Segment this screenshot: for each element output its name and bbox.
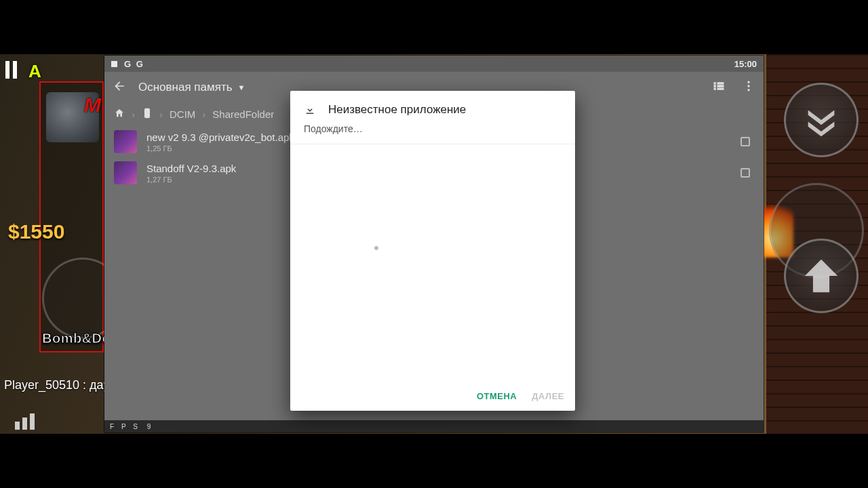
breadcrumb-device[interactable]	[142, 108, 153, 121]
fps-label: F P S	[110, 423, 140, 430]
file-size: 1,25 ГБ	[146, 144, 294, 152]
svg-rect-3	[145, 108, 150, 117]
site-a-label: A	[28, 61, 41, 82]
dialog-actions: ОТМЕНА ДАЛЕЕ	[290, 384, 575, 411]
dialog-title: Неизвестное приложение	[328, 103, 466, 117]
view-toggle-button[interactable]	[712, 79, 726, 96]
file-checkbox[interactable]	[741, 168, 750, 178]
file-manager-footer: F P S 9	[104, 420, 764, 432]
statusbar-time: 15:00	[734, 59, 757, 69]
spinner-icon	[374, 246, 378, 250]
apk-icon	[114, 161, 137, 184]
notification-icon	[111, 61, 117, 67]
jump-button[interactable]	[784, 239, 859, 313]
caret-down-icon: ▼	[238, 83, 245, 92]
overflow-menu-button[interactable]	[742, 79, 755, 96]
file-name: new v2 9.3 @privatev2c_bot.apk	[146, 131, 294, 143]
money-display: $1550	[8, 220, 64, 243]
fps-value: 9	[147, 423, 152, 430]
arrow-left-icon	[113, 79, 126, 93]
stats-button[interactable]	[15, 412, 39, 430]
breadcrumb-home[interactable]	[114, 108, 125, 121]
dialog-body	[290, 144, 575, 384]
file-checkbox[interactable]	[741, 137, 750, 146]
file-size: 1,27 ГБ	[146, 176, 236, 184]
android-statusbar: G G 15:00	[104, 56, 764, 72]
svg-point-2	[747, 89, 749, 91]
file-name: Standoff V2-9.3.apk	[146, 163, 236, 174]
apk-icon	[114, 130, 137, 153]
statusbar-apps: G G	[124, 59, 144, 69]
pause-button[interactable]	[5, 61, 20, 79]
m-label: M	[84, 94, 101, 117]
breadcrumb-sep: ›	[132, 108, 135, 120]
breadcrumb-sharedfolder[interactable]: SharedFolder	[212, 108, 274, 120]
breadcrumb-sep: ›	[202, 108, 205, 120]
arrow-up-icon	[802, 256, 841, 296]
home-icon	[114, 108, 125, 119]
next-button: ДАЛЕЕ	[532, 391, 564, 401]
letterbox-top	[0, 0, 868, 54]
letterbox-bottom	[0, 434, 868, 488]
back-button[interactable]	[113, 79, 126, 96]
more-vert-icon	[742, 79, 755, 93]
list-view-icon	[712, 79, 726, 93]
storage-dropdown[interactable]: Основная память ▼	[138, 81, 245, 94]
dialog-subtitle: Подождите…	[290, 121, 575, 144]
breadcrumb-dcim[interactable]: DCIM	[170, 108, 195, 120]
phone-icon	[142, 108, 153, 119]
cancel-button[interactable]: ОТМЕНА	[477, 391, 517, 401]
svg-point-1	[747, 85, 749, 87]
install-dialog: Неизвестное приложение Подождите… ОТМЕНА…	[290, 91, 575, 411]
chat-line: Player_50510 : дау	[4, 378, 109, 392]
svg-point-0	[747, 81, 749, 83]
download-icon	[304, 104, 316, 116]
storage-title: Основная память	[138, 81, 233, 94]
crouch-button[interactable]	[784, 83, 859, 157]
chevron-down-icon	[802, 100, 841, 140]
breadcrumb-sep: ›	[159, 108, 163, 120]
